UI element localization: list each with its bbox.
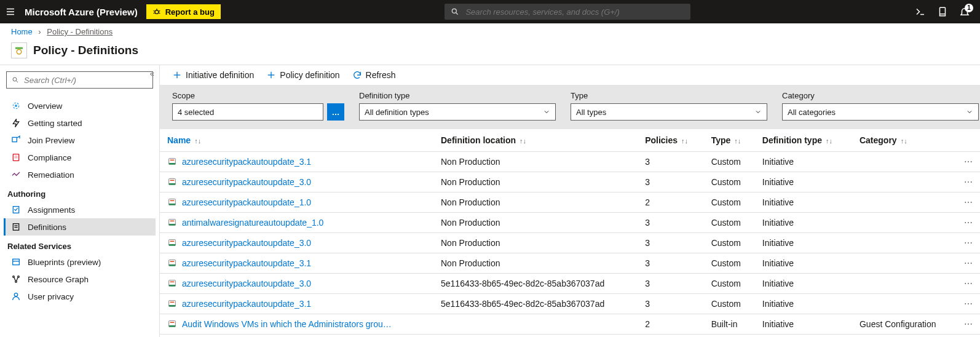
add-initiative-button[interactable]: Initiative definition [172, 70, 254, 80]
sidebar-item-join-preview[interactable]: Join Preview [4, 132, 156, 149]
initiative-icon [167, 177, 177, 187]
svg-rect-41 [170, 160, 175, 161]
sidebar-search-input[interactable] [23, 75, 148, 85]
svg-rect-44 [170, 180, 175, 181]
cloud-shell-icon[interactable] [915, 6, 926, 17]
def-type-selector[interactable]: All definition types [359, 103, 556, 121]
col-policies[interactable]: Policies↑↓ [638, 129, 703, 152]
filter-label-type: Type [571, 91, 767, 100]
col-name[interactable]: Name↑↓ [160, 129, 433, 152]
directory-filter-icon[interactable] [937, 6, 948, 17]
cell-type: Custom [704, 233, 755, 253]
cmd-label: Policy definition [280, 70, 339, 80]
category-selector[interactable]: All categories [782, 103, 979, 121]
sidebar-item-compliance[interactable]: Compliance [4, 149, 156, 166]
table-row[interactable]: azuresecuritypackautoupdate_3.15e116433-… [160, 294, 980, 314]
cell-name: Audit Windows VMs in which the Administr… [160, 314, 433, 335]
definition-link[interactable]: Audit Windows VMs in which the Administr… [182, 319, 392, 329]
user-icon [10, 291, 22, 301]
global-search[interactable] [445, 4, 690, 20]
table-row[interactable]: azuresecuritypackautoupdate_3.1Non Produ… [160, 253, 980, 274]
hamburger-icon[interactable] [5, 6, 16, 17]
cell-policies: 3 [638, 233, 703, 253]
svg-line-16 [17, 81, 18, 83]
scope-picker-button[interactable]: … [327, 103, 344, 121]
table-row[interactable]: azuresecuritypackautoupdate_3.05e116433-… [160, 274, 980, 294]
sidebar-item-blueprints[interactable]: Blueprints (preview) [4, 253, 156, 271]
table-row[interactable]: azuresecuritypackautoupdate_3.1Non Produ… [160, 152, 980, 172]
chevron-down-icon [754, 108, 762, 116]
cell-type: Custom [704, 172, 755, 192]
main-content: Initiative definition Policy definition … [160, 65, 980, 337]
sort-icon: ↑↓ [734, 137, 741, 145]
svg-rect-64 [169, 325, 176, 327]
row-context-menu-button[interactable]: ⋯ [957, 192, 980, 213]
row-context-menu-button[interactable]: ⋯ [957, 253, 980, 274]
table-row[interactable]: antimalwaresignatureautoupdate_1.0Non Pr… [160, 213, 980, 233]
row-context-menu-button[interactable]: ⋯ [957, 152, 980, 172]
sidebar-item-definitions[interactable]: Definitions [4, 218, 156, 236]
refresh-button[interactable]: Refresh [352, 70, 396, 80]
global-search-input[interactable] [464, 7, 684, 17]
svg-rect-58 [169, 285, 176, 287]
add-policy-button[interactable]: Policy definition [266, 70, 339, 80]
sidebar-item-label: Resource Graph [28, 275, 89, 284]
row-context-menu-button[interactable]: ⋯ [957, 213, 980, 233]
row-context-menu-button[interactable]: ⋯ [957, 294, 980, 314]
report-bug-button[interactable]: Report a bug [146, 4, 221, 19]
col-location[interactable]: Definition location↑↓ [433, 129, 638, 152]
cell-category [852, 172, 957, 192]
col-category[interactable]: Category↑↓ [852, 129, 957, 152]
col-def-type[interactable]: Definition type↑↓ [755, 129, 852, 152]
cell-def-type: Initiative [755, 213, 852, 233]
col-type[interactable]: Type↑↓ [704, 129, 755, 152]
definition-link[interactable]: antimalwaresignatureautoupdate_1.0 [182, 218, 323, 228]
cell-type: Custom [704, 152, 755, 172]
cell-name: azuresecuritypackautoupdate_3.0 [160, 274, 433, 294]
cell-policies: 3 [638, 172, 703, 192]
svg-point-18 [15, 105, 17, 107]
cell-location: Non Production [433, 152, 638, 172]
definition-link[interactable]: azuresecuritypackautoupdate_3.0 [182, 238, 311, 248]
definition-link[interactable]: azuresecuritypackautoupdate_3.0 [182, 279, 311, 288]
cell-def-type: Initiative [755, 172, 852, 192]
table-row[interactable]: azuresecuritypackautoupdate_3.0Non Produ… [160, 172, 980, 192]
svg-rect-50 [170, 221, 175, 221]
plus-icon [172, 70, 182, 80]
cell-location: Non Production [433, 233, 638, 253]
sidebar-item-remediation[interactable]: Remediation [4, 166, 156, 183]
scope-selector[interactable]: 4 selected [172, 103, 323, 121]
definition-link[interactable]: azuresecuritypackautoupdate_3.1 [182, 299, 311, 309]
table-row[interactable]: Audit Windows VMs in which the Administr… [160, 314, 980, 335]
cell-name: azuresecuritypackautoupdate_3.0 [160, 172, 433, 192]
definition-link[interactable]: azuresecuritypackautoupdate_1.0 [182, 197, 311, 207]
type-selector[interactable]: All types [571, 103, 767, 121]
notifications-icon[interactable]: 1 [959, 6, 970, 17]
cell-name: antimalwaresignatureautoupdate_1.0 [160, 213, 433, 233]
sidebar-item-user-privacy[interactable]: User privacy [4, 288, 156, 305]
sidebar-item-resource-graph[interactable]: Resource Graph [4, 271, 156, 288]
collapse-sidebar-icon[interactable]: « [150, 69, 154, 78]
sidebar-item-getting-started[interactable]: Getting started [4, 114, 156, 132]
bug-icon [152, 7, 161, 16]
svg-rect-52 [169, 244, 176, 246]
definition-link[interactable]: azuresecuritypackautoupdate_3.1 [182, 258, 311, 268]
definition-link[interactable]: azuresecuritypackautoupdate_3.0 [182, 177, 311, 187]
breadcrumb-home[interactable]: Home [11, 27, 33, 36]
cell-location: 5e116433-8b65-49ec-8d2c-85ab367037ad [433, 294, 638, 314]
table-row[interactable]: azuresecuritypackautoupdate_1.0Non Produ… [160, 192, 980, 213]
row-context-menu-button[interactable]: ⋯ [957, 172, 980, 192]
table-row[interactable]: azuresecuritypackautoupdate_3.0Non Produ… [160, 233, 980, 253]
sidebar-item-assignments[interactable]: Assignments [4, 201, 156, 218]
row-context-menu-button[interactable]: ⋯ [957, 314, 980, 335]
definition-link[interactable]: azuresecuritypackautoupdate_3.1 [182, 157, 311, 167]
report-bug-label: Report a bug [165, 7, 215, 17]
svg-line-5 [153, 10, 154, 11]
row-context-menu-button[interactable]: ⋯ [957, 274, 980, 294]
sidebar-search[interactable] [6, 71, 153, 89]
svg-rect-61 [169, 305, 176, 307]
row-context-menu-button[interactable]: ⋯ [957, 233, 980, 253]
svg-point-14 [17, 50, 22, 55]
svg-rect-46 [169, 204, 176, 205]
sidebar-item-overview[interactable]: Overview [4, 97, 156, 114]
